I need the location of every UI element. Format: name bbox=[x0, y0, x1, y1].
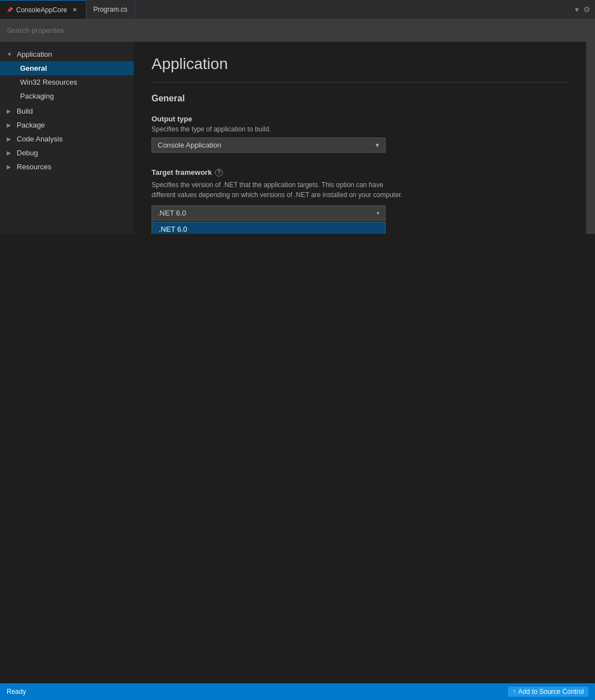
target-framework-desc: Specifies the version of .NET that the a… bbox=[152, 180, 408, 200]
sidebar-item-general[interactable]: General bbox=[0, 61, 134, 75]
sidebar-item-packaging[interactable]: Packaging bbox=[0, 89, 134, 103]
page-title: Application bbox=[152, 55, 568, 73]
expand-arrow-icon: ▶ bbox=[7, 164, 13, 170]
tab-program[interactable]: Program.cs bbox=[86, 0, 134, 19]
target-framework-select[interactable]: .NET 6.0 ▾ bbox=[152, 205, 386, 221]
sidebar-section-label: Resources bbox=[17, 163, 127, 171]
output-type-value: Console Application bbox=[158, 141, 221, 149]
output-type-dropdown[interactable]: Console Application bbox=[152, 138, 386, 153]
section-title: General bbox=[152, 94, 568, 104]
target-framework-value: .NET 6.0 bbox=[158, 209, 186, 217]
target-framework-label: Target framework ? bbox=[152, 168, 568, 177]
output-type-label: Output type bbox=[152, 115, 568, 123]
expand-arrow-icon: ▶ bbox=[7, 150, 13, 156]
up-arrow-icon: ↑ bbox=[513, 688, 516, 696]
sidebar-item-code-analysis[interactable]: ▶ Code Analysis bbox=[0, 132, 134, 146]
sidebar-item-debug[interactable]: ▶ Debug bbox=[0, 146, 134, 160]
sidebar-section-label: Application bbox=[17, 50, 127, 58]
dropdown-icon[interactable]: ▾ bbox=[575, 5, 579, 14]
search-input[interactable] bbox=[7, 26, 588, 35]
sidebar-section-label: Debug bbox=[17, 149, 127, 157]
tab-pin-icon: 📌 bbox=[7, 7, 13, 13]
tab-consoleappcore[interactable]: 📌 ConsoleAppCore ✕ bbox=[0, 0, 86, 19]
tab-close-button[interactable]: ✕ bbox=[70, 6, 79, 14]
search-bar bbox=[0, 19, 595, 42]
tab-label: Program.cs bbox=[93, 6, 127, 13]
content-area: Application General Output type Specifie… bbox=[134, 42, 586, 234]
status-ready: Ready bbox=[7, 688, 26, 696]
settings-icon[interactable]: ⚙ bbox=[583, 5, 591, 14]
sidebar-item-label: Packaging bbox=[20, 92, 127, 100]
output-type-desc: Specifies the type of application to bui… bbox=[152, 125, 568, 133]
expand-arrow-icon: ▶ bbox=[7, 108, 13, 114]
target-framework-dropdown-list: .NET 6.0 .NET Core 1.0 .NET Core 1.1 .NE… bbox=[152, 222, 386, 234]
sidebar-item-label: Win32 Resources bbox=[20, 78, 127, 86]
sidebar-item-application[interactable]: ▼ Application bbox=[0, 47, 134, 61]
status-bar: Ready ↑ Add to Source Control bbox=[0, 683, 595, 700]
main-layout: ▼ Application General Win32 Resources Pa… bbox=[0, 42, 595, 234]
sidebar-item-win32resources[interactable]: Win32 Resources bbox=[0, 75, 134, 89]
expand-arrow-icon: ▶ bbox=[7, 136, 13, 142]
tf-option-net60[interactable]: .NET 6.0 bbox=[152, 222, 385, 234]
target-framework-section: Target framework ? Specifies the version… bbox=[152, 168, 568, 221]
sidebar-section-label: Package bbox=[17, 121, 127, 129]
sidebar-section-application: ▼ Application General Win32 Resources Pa… bbox=[0, 46, 134, 104]
title-bar: 📌 ConsoleAppCore ✕ Program.cs ▾ ⚙ bbox=[0, 0, 595, 19]
expand-arrow-icon: ▶ bbox=[7, 122, 13, 128]
sidebar-item-package[interactable]: ▶ Package bbox=[0, 118, 134, 132]
sidebar-item-resources[interactable]: ▶ Resources bbox=[0, 160, 134, 174]
status-right: ↑ Add to Source Control bbox=[508, 687, 588, 697]
output-type-field: Output type Specifies the type of applic… bbox=[152, 115, 568, 153]
target-framework-help-icon[interactable]: ? bbox=[215, 169, 223, 177]
title-divider bbox=[152, 82, 568, 82]
target-framework-dropdown-container: .NET 6.0 ▾ .NET 6.0 .NET Core 1.0 .NET C… bbox=[152, 205, 386, 221]
collapse-arrow-icon: ▼ bbox=[7, 51, 13, 57]
tab-label: ConsoleAppCore bbox=[16, 6, 67, 14]
title-bar-controls: ▾ ⚙ bbox=[575, 5, 595, 14]
sidebar: ▼ Application General Win32 Resources Pa… bbox=[0, 42, 134, 234]
add-to-sc-label: Add to Source Control bbox=[518, 688, 584, 696]
right-scrollbar[interactable] bbox=[586, 42, 595, 234]
sidebar-section-label: Code Analysis bbox=[17, 135, 127, 143]
sidebar-item-label: General bbox=[20, 64, 127, 72]
dropdown-arrow-icon: ▾ bbox=[377, 210, 379, 216]
add-to-source-control-button[interactable]: ↑ Add to Source Control bbox=[508, 687, 588, 697]
sidebar-section-label: Build bbox=[17, 107, 127, 115]
sidebar-item-build[interactable]: ▶ Build bbox=[0, 104, 134, 118]
